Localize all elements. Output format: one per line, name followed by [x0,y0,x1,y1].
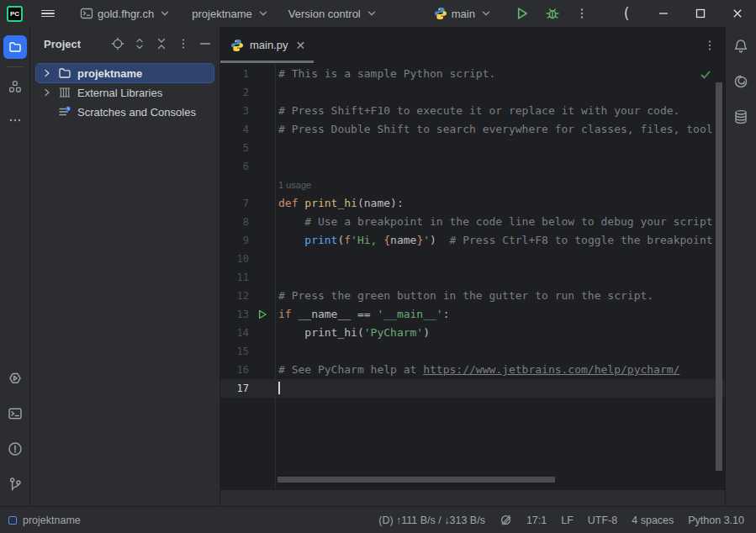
line-number[interactable]: 11 [220,268,249,287]
line-number[interactable] [220,176,249,194]
line-number[interactable]: 7 [220,194,249,213]
code-line[interactable]: 12# Press the green button in the gutter… [220,287,725,305]
gutter-slot[interactable] [249,250,275,268]
tree-item-external-libraries[interactable]: External Libraries [36,83,214,102]
code-line[interactable]: 14 print_hi('PyCharm') [220,324,725,342]
code-line[interactable]: 16# See PyCharm help at https://www.jetb… [220,361,725,379]
collapse-all-button[interactable] [152,34,171,53]
line-number[interactable]: 1 [220,65,249,83]
crescent-button[interactable]: ( [608,0,645,27]
gutter-slot[interactable] [249,176,275,194]
line-number[interactable]: 15 [220,342,249,361]
inlay-hint-line[interactable]: 1 usage [220,176,725,194]
gutter-slot[interactable] [249,361,275,379]
code-line[interactable]: 8 # Use a breakpoint in the code line be… [220,213,725,231]
network-speed-widget[interactable]: (D) ↑111 B/s / ↓313 B/s [378,515,485,526]
tab-main-py[interactable]: main.py ✕ [220,27,314,63]
encoding-widget[interactable]: UTF-8 [588,515,617,526]
code-editor[interactable]: 1# This is a sample Python script.23# Pr… [220,64,725,489]
remote-target-selector[interactable]: gold.fhgr.ch [75,3,177,24]
panel-options-button[interactable] [174,34,193,53]
titlebar-more-button[interactable] [570,3,594,24]
line-number[interactable]: 6 [220,157,249,176]
code-line[interactable]: 6 [220,157,725,176]
line-number[interactable]: 2 [220,83,249,102]
line-separator-widget[interactable]: LF [561,515,574,526]
gutter-slot[interactable] [249,379,275,398]
gutter-slot[interactable] [249,213,275,231]
main-menu-button[interactable] [36,4,60,22]
line-number[interactable]: 14 [220,324,249,342]
caret-position-widget[interactable]: 17:1 [526,515,547,526]
chevron-right-icon[interactable] [40,66,55,81]
gutter-slot[interactable] [249,65,275,83]
tool-terminal-button[interactable] [3,402,27,425]
line-number[interactable]: 17 [220,379,249,398]
chevron-right-icon[interactable] [40,85,55,100]
run-line-icon[interactable] [257,309,267,319]
gutter-slot[interactable] [249,268,275,287]
tool-project-button[interactable] [3,35,27,59]
usages-inlay-hint[interactable]: 1 usage [278,180,311,190]
debug-button[interactable] [540,3,565,24]
line-number[interactable]: 9 [220,231,249,250]
code-line[interactable]: 13if __name__ == '__main__': [220,305,725,324]
gutter-slot[interactable] [249,83,275,102]
gutter-slot[interactable] [249,305,275,324]
expand-all-button[interactable] [130,34,149,53]
line-number[interactable]: 4 [220,120,249,139]
line-number[interactable]: 10 [220,250,249,268]
code-line[interactable]: 4# Press Double Shift to search everywhe… [220,120,725,139]
gutter-slot[interactable] [249,194,275,213]
gutter-slot[interactable] [249,102,275,120]
locate-file-button[interactable] [108,34,127,53]
line-number[interactable]: 13 [220,305,249,324]
tree-item-scratches[interactable]: Scratches and Consoles [36,103,214,121]
tab-close-icon[interactable]: ✕ [296,39,306,52]
gutter-slot[interactable] [249,324,275,342]
code-line[interactable]: 1# This is a sample Python script. [220,65,725,83]
ai-assistant-button[interactable] [729,71,753,92]
code-line[interactable]: 2 [220,83,725,102]
more-tool-windows-button[interactable] [3,108,27,132]
maximize-button[interactable] [682,0,719,27]
minimize-button[interactable] [645,0,682,27]
code-line[interactable]: 7def print_hi(name): [220,194,725,213]
project-selector[interactable]: projektname [187,3,275,24]
code-line[interactable]: 17 [220,379,725,398]
database-button[interactable] [729,106,753,128]
indent-widget[interactable]: 4 spaces [632,515,674,526]
code-line[interactable]: 9 print(f'Hi, {name}') # Press Ctrl+F8 t… [220,231,725,250]
line-number[interactable]: 3 [220,102,249,120]
horizontal-scrollbar[interactable] [278,477,555,483]
highlighting-off-icon[interactable] [500,514,512,526]
hide-panel-button[interactable] [196,34,214,53]
version-control-menu[interactable]: Version control [283,3,383,24]
line-number[interactable]: 12 [220,287,249,305]
tool-structure-button[interactable] [3,75,27,98]
tool-problems-button[interactable] [3,437,27,461]
tree-item-projektname[interactable]: projektname [36,64,214,82]
code-line[interactable]: 15 [220,342,725,361]
status-project-widget[interactable]: projektname [8,515,81,526]
editor-options-button[interactable] [695,27,725,63]
code-line[interactable]: 10 [220,250,725,268]
gutter-slot[interactable] [249,342,275,361]
line-number[interactable]: 5 [220,139,249,157]
close-button[interactable] [719,0,756,27]
code-line[interactable]: 5 [220,139,725,157]
code-line[interactable]: 11 [220,268,725,287]
interpreter-widget[interactable]: Python 3.10 [688,515,744,526]
code-line[interactable]: 3# Press Shift+F10 to execute it or repl… [220,102,725,120]
gutter-slot[interactable] [249,157,275,176]
gutter-slot[interactable] [249,287,275,305]
gutter-slot[interactable] [249,139,275,157]
line-number[interactable]: 16 [220,361,249,379]
notifications-button[interactable] [729,35,753,57]
tool-version-control-button[interactable] [3,472,27,496]
vertical-scrollbar[interactable] [716,82,722,471]
line-number[interactable]: 8 [220,213,249,231]
gutter-slot[interactable] [249,120,275,139]
gutter-slot[interactable] [249,231,275,250]
run-configuration-selector[interactable]: main [429,3,498,24]
